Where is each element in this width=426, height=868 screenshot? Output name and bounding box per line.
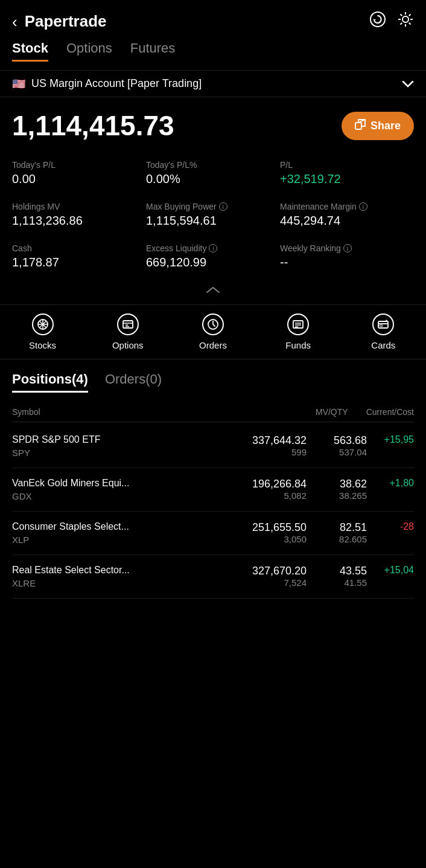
pl-label: P/L xyxy=(280,160,414,170)
max-buying-power-label: Max Buying Power i xyxy=(146,202,280,211)
account-name: US Margin Account [Paper Trading] xyxy=(31,77,202,90)
stat-max-buying-power: Max Buying Power i 1,115,594.61 xyxy=(146,196,280,234)
bottom-nav: Stocks Options Orders xyxy=(0,304,426,359)
share-button[interactable]: Share xyxy=(342,112,414,140)
stat-holdings-mv: Holdings MV 1,113,236.86 xyxy=(12,196,146,234)
main-tabs: Stock Options Futures xyxy=(0,40,426,70)
tab-options[interactable]: Options xyxy=(66,40,112,62)
position-current-value: 38.62 xyxy=(313,478,367,490)
cash-label: Cash xyxy=(12,243,146,253)
position-qty: 599 xyxy=(234,447,307,457)
table-row[interactable]: SPDR S&P 500 ETF SPY 337,644.32 599 563.… xyxy=(12,425,414,468)
info-icon[interactable]: i xyxy=(219,202,227,211)
todays-pl-value: 0.00 xyxy=(12,172,146,186)
info-icon-3[interactable]: i xyxy=(209,244,217,252)
position-pnl-value: +1,80 xyxy=(372,478,414,489)
position-symbol: XLP xyxy=(12,535,234,545)
excess-liquidity-label: Excess Liquidity i xyxy=(146,243,280,253)
stats-grid-2: Holdings MV 1,113,236.86 Max Buying Powe… xyxy=(12,196,414,234)
funds-icon xyxy=(287,313,309,335)
cash-value: 1,178.87 xyxy=(12,256,146,269)
holdings-mv-label: Holdings MV xyxy=(12,202,146,211)
header: ‹ Papertrade xyxy=(0,0,426,40)
nav-funds[interactable]: Funds xyxy=(274,313,322,350)
nav-options[interactable]: Options xyxy=(104,313,152,350)
todays-pl-pct-label: Today's P/L% xyxy=(146,160,280,170)
position-symbol: GDX xyxy=(12,491,234,501)
nav-orders[interactable]: Orders xyxy=(189,313,237,350)
position-cost: 38.265 xyxy=(313,490,367,501)
stat-todays-pl: Today's P/L 0.00 xyxy=(12,154,146,192)
position-name: Real Estate Select Sector... xyxy=(12,565,234,576)
maintenance-margin-label: Maintenance Margin i xyxy=(280,202,414,211)
orders-icon xyxy=(202,313,224,335)
table-row[interactable]: VanEck Gold Miners Equi... GDX 196,266.8… xyxy=(12,468,414,512)
stat-excess-liquidity: Excess Liquidity i 669,120.99 xyxy=(146,237,280,275)
position-qty: 7,524 xyxy=(234,577,307,588)
stat-todays-pl-pct: Today's P/L% 0.00% xyxy=(146,154,280,192)
options-icon xyxy=(117,313,139,335)
max-buying-power-value: 1,115,594.61 xyxy=(146,214,280,228)
cards-icon xyxy=(372,313,394,335)
nav-cards[interactable]: Cards xyxy=(359,313,407,350)
position-mv-value: 196,266.84 xyxy=(234,478,307,490)
table-header-right: MV/QTY Current/Cost xyxy=(316,407,414,417)
stat-maintenance-margin: Maintenance Margin i 445,294.74 xyxy=(280,196,414,234)
maintenance-margin-value: 445,294.74 xyxy=(280,214,414,228)
info-icon-2[interactable]: i xyxy=(359,202,367,211)
share-label: Share xyxy=(370,120,401,132)
svg-line-8 xyxy=(409,14,411,16)
tab-stock[interactable]: Stock xyxy=(12,40,48,62)
flag-icon: 🇺🇸 xyxy=(12,77,25,91)
orders-tab[interactable]: Orders(0) xyxy=(105,371,162,393)
orders-label: Orders xyxy=(199,340,227,350)
svg-line-9 xyxy=(401,23,402,25)
portfolio-value-row: 1,114,415.73 Share xyxy=(12,109,414,142)
position-pnl-value: +15,95 xyxy=(372,434,414,445)
header-right xyxy=(369,11,414,32)
position-symbol: SPY xyxy=(12,448,234,458)
svg-rect-26 xyxy=(378,321,388,328)
mv-qty-header: MV/QTY xyxy=(316,407,348,417)
todays-pl-label: Today's P/L xyxy=(12,160,146,170)
weekly-ranking-value: -- xyxy=(280,256,414,269)
theme-icon[interactable] xyxy=(397,11,414,32)
position-name: Consumer Staples Select... xyxy=(12,521,234,532)
position-symbol: XLRE xyxy=(12,578,234,588)
position-name: VanEck Gold Miners Equi... xyxy=(12,478,234,489)
positions-tab[interactable]: Positions(4) xyxy=(12,371,88,393)
table-header: Symbol MV/QTY Current/Cost xyxy=(12,402,414,422)
table-row[interactable]: Real Estate Select Sector... XLRE 327,67… xyxy=(12,555,414,599)
nav-stocks[interactable]: Stocks xyxy=(19,313,67,350)
svg-line-7 xyxy=(409,23,411,25)
positions-list: SPDR S&P 500 ETF SPY 337,644.32 599 563.… xyxy=(12,425,414,599)
stat-cash: Cash 1,178.87 xyxy=(12,237,146,275)
options-label: Options xyxy=(112,340,144,350)
position-mv-value: 337,644.32 xyxy=(234,434,307,447)
current-cost-header: Current/Cost xyxy=(366,407,414,417)
positions-tabs: Positions(4) Orders(0) xyxy=(12,371,414,393)
stat-weekly-ranking: Weekly Ranking i -- xyxy=(280,237,414,275)
svg-point-0 xyxy=(370,12,385,27)
portfolio-value: 1,114,415.73 xyxy=(12,109,174,142)
position-current-value: 563.68 xyxy=(313,434,367,447)
stat-pl: P/L +32,519.72 xyxy=(280,154,414,192)
refresh-icon[interactable] xyxy=(369,11,386,32)
account-selector[interactable]: 🇺🇸 US Margin Account [Paper Trading] xyxy=(0,70,426,97)
position-cost: 41.55 xyxy=(313,577,367,588)
back-button[interactable]: ‹ xyxy=(12,14,17,30)
todays-pl-pct-value: 0.00% xyxy=(146,172,280,186)
position-current-value: 43.55 xyxy=(313,565,367,577)
portfolio-section: 1,114,415.73 Share Today's P/L 0.00 Toda… xyxy=(0,97,426,275)
pl-value: +32,519.72 xyxy=(280,172,414,186)
collapse-arrow[interactable] xyxy=(0,279,426,304)
account-info: 🇺🇸 US Margin Account [Paper Trading] xyxy=(12,77,202,91)
svg-line-6 xyxy=(401,14,402,16)
table-row[interactable]: Consumer Staples Select... XLP 251,655.5… xyxy=(12,512,414,555)
header-left: ‹ Papertrade xyxy=(12,12,107,31)
position-mv-value: 251,655.50 xyxy=(234,521,307,534)
info-icon-4[interactable]: i xyxy=(343,244,352,252)
app-title: Papertrade xyxy=(25,12,107,31)
tab-futures[interactable]: Futures xyxy=(130,40,176,62)
position-current-value: 82.51 xyxy=(313,521,367,534)
